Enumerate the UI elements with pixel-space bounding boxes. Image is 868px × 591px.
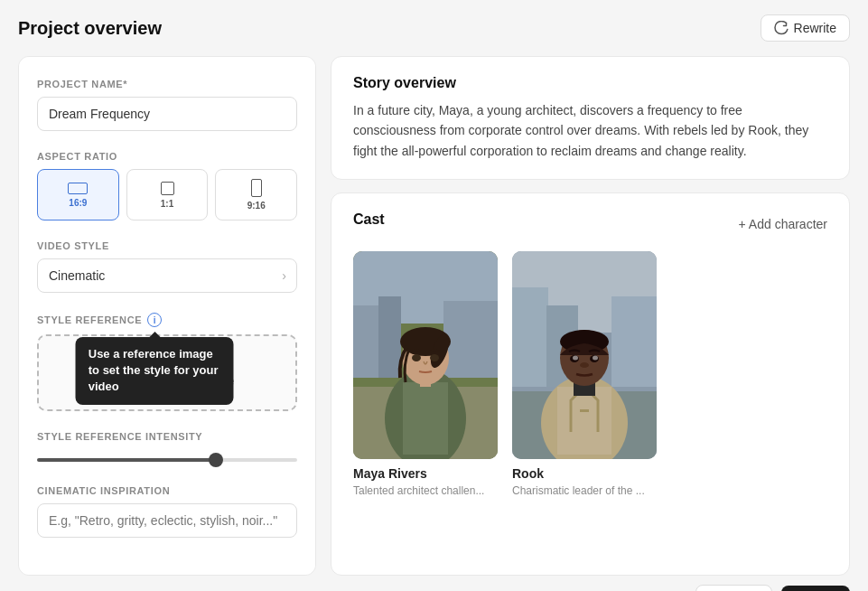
character-img-maya [353, 251, 498, 459]
drag-image-text: Drag image here [53, 358, 281, 371]
project-name-input[interactable] [37, 97, 297, 131]
character-desc-maya: Talented architect challen... [353, 483, 489, 499]
svg-point-29 [573, 356, 578, 361]
svg-rect-22 [580, 409, 589, 412]
svg-point-13 [430, 354, 439, 361]
svg-rect-3 [378, 296, 401, 378]
character-name-maya: Maya Rivers [353, 466, 498, 481]
svg-rect-18 [611, 296, 657, 387]
aspect-btn-9-16[interactable]: 9:16 [215, 169, 297, 220]
cancel-button[interactable]: Cancel [695, 585, 773, 591]
page-title: Project overview [18, 18, 162, 39]
project-name-label: PROJECT NAME* [37, 79, 297, 89]
character-card-maya[interactable]: Maya Rivers Talented architect challen..… [353, 251, 498, 499]
svg-rect-4 [443, 301, 498, 378]
page-header: Project overview Rewrite [18, 14, 850, 42]
aspect-btn-16-9[interactable]: 16:9 [37, 169, 119, 220]
character-photo-maya [353, 251, 498, 459]
rewrite-label: Rewrite [794, 21, 836, 35]
left-panel: PROJECT NAME* ASPECT RATIO 16:9 1:1 [18, 56, 316, 576]
video-style-wrapper: Cinematic Documentary Animation Noir › [37, 258, 297, 293]
cast-card: Cast + Add character [331, 192, 850, 576]
aspect-label-1-1: 1:1 [161, 199, 173, 209]
cast-title: Cast [353, 211, 385, 228]
aspect-icon-16-9 [68, 183, 88, 194]
style-reference-section: STYLE REFERENCE i Use a reference image … [37, 313, 297, 411]
svg-point-30 [593, 356, 598, 361]
aspect-icon-9-16 [251, 179, 262, 197]
cinematic-inspiration-label: CINEMATIC INSPIRATION [37, 485, 297, 496]
character-img-rook [512, 251, 657, 459]
style-intensity-section: STYLE REFERENCE INTENSITY [37, 431, 297, 465]
character-card-rook[interactable]: Rook Charismatic leader of the ... [512, 251, 657, 499]
drag-sub-text: Or click here to upload a file [53, 375, 281, 388]
svg-rect-7 [403, 382, 448, 455]
svg-point-31 [580, 362, 589, 368]
svg-rect-21 [557, 387, 611, 455]
style-intensity-label: STYLE REFERENCE INTENSITY [37, 431, 297, 442]
style-reference-dropzone[interactable]: Drag image here Or click here to upload … [37, 334, 297, 411]
cinematic-inspiration-input[interactable] [37, 503, 297, 538]
aspect-icon-1-1 [161, 182, 174, 195]
aspect-ratio-group: 16:9 1:1 9:16 [37, 169, 297, 220]
cast-header: Cast + Add character [353, 211, 827, 237]
page-footer: Cancel Start [18, 576, 850, 591]
aspect-ratio-label: ASPECT RATIO [37, 151, 297, 162]
video-style-select[interactable]: Cinematic Documentary Animation Noir [37, 258, 297, 293]
aspect-label-16-9: 16:9 [69, 198, 87, 208]
characters-grid: Maya Rivers Talented architect challen..… [353, 251, 827, 499]
rewrite-icon [774, 21, 789, 35]
aspect-btn-1-1[interactable]: 1:1 [126, 169, 209, 220]
start-button[interactable]: Start [781, 586, 850, 591]
style-intensity-slider[interactable] [37, 458, 297, 462]
svg-rect-2 [353, 305, 380, 378]
video-style-label: VIDEO STYLE [37, 240, 297, 251]
style-reference-label: STYLE REFERENCE [37, 314, 142, 325]
cinematic-inspiration-section: CINEMATIC INSPIRATION [37, 485, 297, 538]
svg-point-12 [412, 354, 421, 361]
project-name-section: PROJECT NAME* [37, 79, 297, 131]
video-style-section: VIDEO STYLE Cinematic Documentary Animat… [37, 240, 297, 293]
character-name-rook: Rook [512, 466, 657, 481]
style-ref-label-row: STYLE REFERENCE i Use a reference image … [37, 313, 297, 327]
info-icon[interactable]: i Use a reference image to set the style… [147, 313, 162, 327]
story-text: In a future city, Maya, a young architec… [353, 100, 827, 161]
main-layout: PROJECT NAME* ASPECT RATIO 16:9 1:1 [18, 56, 850, 576]
svg-rect-16 [512, 287, 548, 387]
rewrite-button[interactable]: Rewrite [761, 14, 850, 42]
add-character-button[interactable]: + Add character [739, 217, 827, 231]
story-title: Story overview [353, 75, 827, 91]
add-character-label: + Add character [739, 217, 827, 231]
character-desc-rook: Charismatic leader of the ... [512, 483, 648, 499]
aspect-ratio-section: ASPECT RATIO 16:9 1:1 9:16 [37, 151, 297, 220]
story-card: Story overview In a future city, Maya, a… [331, 56, 850, 180]
aspect-label-9-16: 9:16 [247, 201, 266, 211]
right-panel: Story overview In a future city, Maya, a… [331, 56, 850, 576]
character-photo-rook [512, 251, 657, 459]
